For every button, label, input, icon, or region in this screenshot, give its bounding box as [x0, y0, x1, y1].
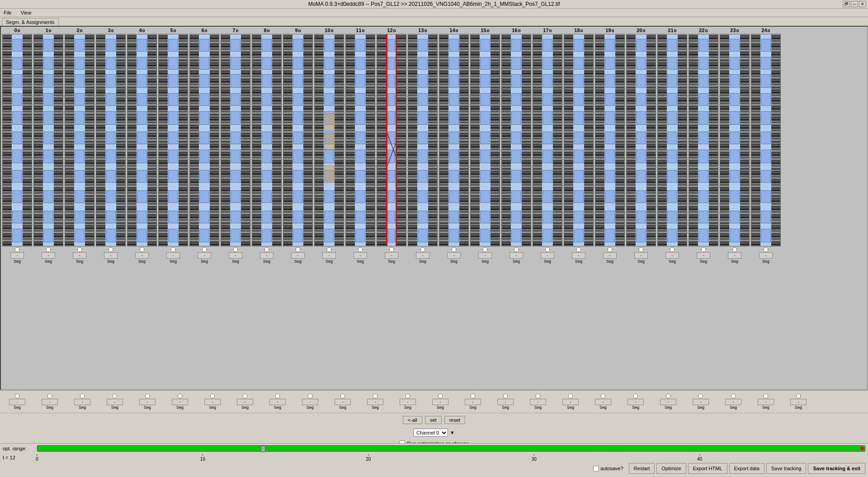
save-tracking-button[interactable]: Save tracking [766, 463, 807, 474]
seg-row-btn-3[interactable]: - [107, 399, 123, 405]
cell-16-5[interactable] [511, 132, 521, 144]
cell-0-6[interactable] [12, 150, 22, 163]
seg-row-btn-8[interactable]: - [269, 399, 286, 405]
cell-19-9[interactable] [605, 211, 615, 223]
cell-4-10[interactable] [137, 229, 147, 242]
seg-row-check-6[interactable] [210, 394, 215, 398]
col-body-16[interactable] [501, 34, 531, 246]
cell-9-0[interactable] [293, 39, 303, 52]
seg-minus-5[interactable]: - [166, 252, 180, 259]
col-mid-5[interactable] [168, 34, 179, 246]
cell-24-2[interactable] [761, 74, 771, 88]
seg-minus-3[interactable]: - [104, 252, 118, 259]
orange-cell-10-1[interactable] [324, 134, 334, 150]
seg-row-check-1[interactable] [47, 394, 52, 398]
seg-row-check-15[interactable] [503, 394, 508, 398]
cell-17-4[interactable] [542, 111, 552, 125]
cell-4-3[interactable] [137, 93, 147, 106]
cell-20-8[interactable] [636, 190, 646, 203]
col-mid-3[interactable] [105, 34, 116, 246]
cell-21-6[interactable] [667, 150, 677, 163]
cell-23-1[interactable] [730, 57, 740, 70]
seg-check-8[interactable] [264, 247, 269, 252]
col-mid-17[interactable] [542, 34, 553, 246]
seg-minus-9[interactable]: - [291, 252, 305, 259]
col-mid-14[interactable] [448, 34, 459, 246]
cell-20-7[interactable] [636, 170, 646, 183]
cell-18-10[interactable] [574, 229, 584, 242]
cell-10-1[interactable] [324, 57, 334, 70]
cell-13-5[interactable] [418, 132, 428, 144]
seg-check-10[interactable] [327, 247, 331, 252]
col-body-15[interactable] [470, 34, 500, 246]
cell-22-1[interactable] [698, 57, 708, 70]
col-mid-23[interactable] [729, 34, 740, 246]
cell-24-10[interactable] [761, 229, 771, 242]
cell-17-9[interactable] [542, 211, 552, 223]
cell-9-4[interactable] [293, 111, 303, 125]
cell-6-10[interactable] [199, 229, 209, 242]
cell-9-2[interactable] [293, 74, 303, 88]
col-body-19[interactable] [595, 34, 625, 246]
cell-9-1[interactable] [293, 57, 303, 70]
col-body-8[interactable] [252, 34, 282, 246]
col-body-1[interactable] [33, 34, 63, 246]
cell-17-6[interactable] [542, 150, 552, 163]
cell-1-3[interactable] [43, 93, 53, 106]
cell-10-10[interactable] [324, 229, 334, 242]
cell-8-3[interactable] [262, 93, 272, 106]
cell-24-3[interactable] [761, 93, 771, 106]
col-mid-15[interactable] [480, 34, 491, 246]
cell-4-2[interactable] [137, 74, 147, 88]
seg-row-check-22[interactable] [731, 394, 736, 398]
cell-10-9[interactable] [324, 211, 334, 223]
seg-minus-14[interactable]: - [447, 252, 461, 259]
cell-16-9[interactable] [511, 211, 521, 223]
seg-check-3[interactable] [108, 247, 113, 252]
seg-check-1[interactable] [46, 247, 51, 252]
cell-5-4[interactable] [168, 111, 178, 125]
cell-4-8[interactable] [137, 190, 147, 203]
close-button[interactable]: ✕ [859, 1, 866, 7]
cell-13-9[interactable] [418, 211, 428, 223]
col-body-6[interactable] [189, 34, 219, 246]
gl-scroll-view[interactable]: 0o-Seg1o-Seg2o-Seg3o-Seg4o-Seg5o-Seg6o-S… [0, 26, 868, 390]
seg-minus-13[interactable]: - [416, 252, 429, 259]
cell-2-4[interactable] [75, 111, 85, 125]
cell-1-8[interactable] [43, 190, 53, 203]
cell-10-2[interactable] [324, 74, 334, 88]
cell-7-6[interactable] [231, 150, 241, 163]
orange-cell-10-0[interactable] [324, 113, 334, 131]
cell-20-10[interactable] [636, 229, 646, 242]
cell-22-9[interactable] [698, 211, 708, 223]
cell-6-9[interactable] [199, 211, 209, 223]
seg-row-check-21[interactable] [698, 394, 703, 398]
cell-5-6[interactable] [168, 150, 178, 163]
cell-14-0[interactable] [449, 39, 459, 52]
cell-15-3[interactable] [480, 93, 490, 106]
col-body-22[interactable] [689, 34, 718, 246]
cell-17-5[interactable] [542, 132, 552, 144]
cell-23-9[interactable] [730, 211, 740, 223]
cell-0-3[interactable] [12, 93, 22, 106]
cell-3-0[interactable] [106, 39, 116, 52]
cell-10-0[interactable] [324, 39, 334, 52]
seg-minus-15[interactable]: - [478, 252, 492, 259]
seg-check-7[interactable] [233, 247, 238, 252]
cell-24-9[interactable] [761, 211, 771, 223]
cell-16-3[interactable] [511, 93, 521, 106]
cell-2-1[interactable] [75, 57, 85, 70]
cell-7-0[interactable] [231, 39, 241, 52]
seg-row-check-10[interactable] [340, 394, 345, 398]
cell-1-7[interactable] [43, 170, 53, 183]
seg-minus-6[interactable]: - [198, 252, 211, 259]
optimize-button[interactable]: Optimize [656, 463, 686, 474]
col-body-23[interactable] [720, 34, 750, 246]
cell-18-6[interactable] [574, 150, 584, 163]
cell-14-2[interactable] [449, 74, 459, 88]
reset-button[interactable]: reset [444, 416, 465, 424]
menu-view[interactable]: View [19, 9, 33, 16]
col-body-21[interactable] [657, 34, 687, 246]
cell-0-1[interactable] [12, 57, 22, 70]
cell-19-6[interactable] [605, 150, 615, 163]
